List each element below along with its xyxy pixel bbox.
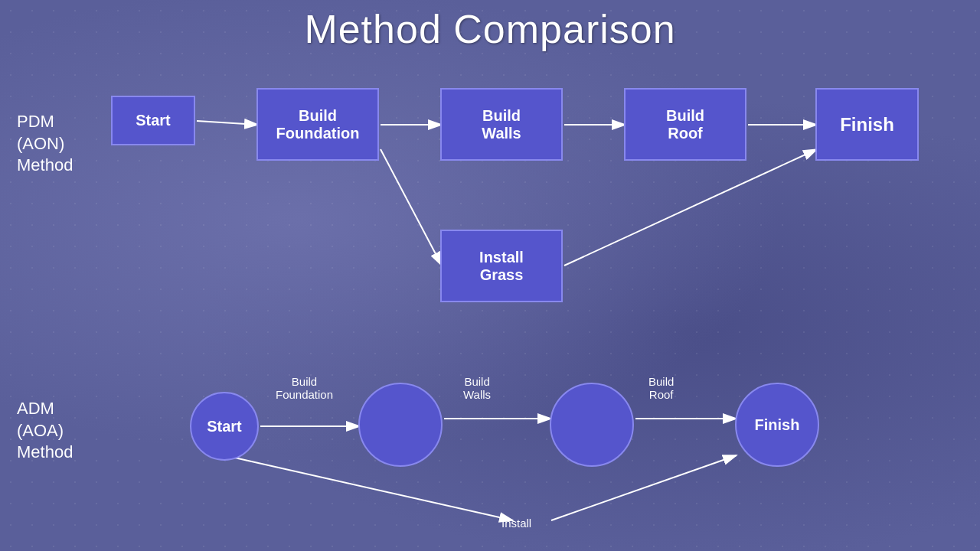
svg-line-11: [224, 455, 513, 520]
pdm-roof-node: BuildRoof: [624, 88, 746, 161]
adm-finish-node: Finish: [735, 383, 819, 467]
adm-roof-label: BuildRoof: [648, 375, 674, 401]
pdm-walls-node: BuildWalls: [440, 88, 563, 161]
svg-line-1: [197, 121, 258, 125]
svg-line-5: [381, 149, 442, 266]
svg-line-12: [551, 455, 737, 520]
adm-start-node: Start: [190, 392, 259, 461]
page-title: Method Comparison: [0, 0, 980, 52]
pdm-method-label: PDM(AON)Method: [17, 111, 73, 177]
adm-node2: [550, 383, 634, 467]
pdm-start-node: Start: [111, 96, 195, 145]
adm-node1: [358, 383, 443, 467]
pdm-finish-node: Finish: [815, 88, 919, 161]
adm-method-label: ADM(AOA)Method: [17, 398, 73, 464]
svg-line-6: [564, 149, 817, 266]
adm-foundation-label: BuildFoundation: [276, 375, 333, 401]
pdm-grass-node: InstallGrass: [440, 230, 563, 302]
adm-walls-label: BuildWalls: [463, 375, 491, 401]
pdm-foundation-node: BuildFoundation: [256, 88, 379, 161]
adm-install-label: Install: [501, 517, 531, 530]
